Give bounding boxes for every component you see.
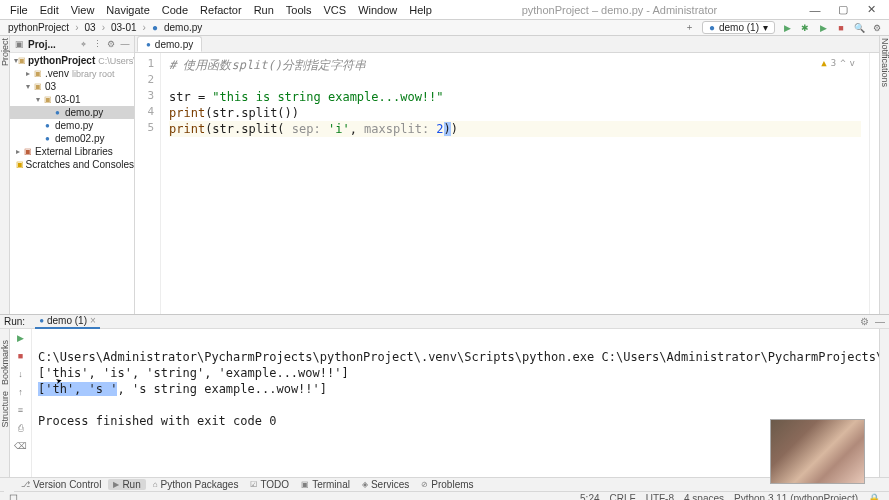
menu-edit[interactable]: Edit <box>34 2 65 18</box>
bookmarks-tool-button[interactable]: Bookmarks <box>0 340 10 385</box>
main-area: Project ▣ Proj... ⌖ ⋮ ⚙ ― ▾▣pythonProjec… <box>0 36 889 314</box>
tool-version-control[interactable]: ⎇Version Control <box>16 479 106 490</box>
tool-run[interactable]: ▶Run <box>108 479 145 490</box>
tool-todo[interactable]: ☑TODO <box>245 479 294 490</box>
tree-venv[interactable]: ▸▣.venvlibrary root <box>10 67 134 80</box>
close-tab-icon[interactable]: × <box>90 315 96 326</box>
tree-folder-03[interactable]: ▾▣03 <box>10 80 134 93</box>
error-stripe[interactable] <box>869 53 879 314</box>
line-num[interactable]: 4 <box>135 105 160 121</box>
menu-file[interactable]: File <box>4 2 34 18</box>
menu-code[interactable]: Code <box>156 2 194 18</box>
status-cursor-pos[interactable]: 5:24 <box>575 493 604 501</box>
status-indent[interactable]: 4 spaces <box>679 493 729 501</box>
line-num[interactable]: 3 <box>135 89 160 105</box>
tree-folder-0301[interactable]: ▾▣03-01 <box>10 93 134 106</box>
code-editor[interactable]: ▲3 ^ v # 使用函数split()分割指定字符串 str = "this … <box>161 53 869 314</box>
project-tree[interactable]: ▾▣pythonProjectC:\Users\Adm ▸▣.venvlibra… <box>10 53 134 314</box>
tool-python-packages[interactable]: ⌂Python Packages <box>148 479 244 490</box>
problems-icon: ⊘ <box>421 480 428 489</box>
menu-view[interactable]: View <box>65 2 101 18</box>
collapse-icon[interactable]: ⚙ <box>106 39 116 49</box>
python-icon: ● <box>709 22 715 33</box>
param-hint: sep: <box>292 122 328 136</box>
tree-file-demo2[interactable]: ●demo.py <box>10 119 134 132</box>
menu-refactor[interactable]: Refactor <box>194 2 248 18</box>
status-line-sep[interactable]: CRLF <box>605 493 641 501</box>
next-highlight-icon[interactable]: v <box>850 55 855 71</box>
tool-problems[interactable]: ⊘Problems <box>416 479 478 490</box>
run-config-selector[interactable]: ● demo (1) ▾ <box>702 21 775 34</box>
expand-all-icon[interactable]: ⋮ <box>92 39 102 49</box>
status-lock-icon[interactable]: 🔒 <box>863 493 885 501</box>
console-line: Process finished with exit code 0 <box>38 414 276 428</box>
line-num[interactable]: 5 <box>135 121 160 137</box>
run-body: ▶ ■ ↓ ↑ ≡ ⎙ ⌫ C:\Users\Administrator\Pyc… <box>0 329 889 477</box>
menu-run[interactable]: Run <box>248 2 280 18</box>
minimize-button[interactable]: ― <box>801 1 829 19</box>
select-opened-icon[interactable]: ⌖ <box>78 39 88 50</box>
line-num[interactable]: 2 <box>135 73 160 89</box>
run-tab[interactable]: ● demo (1) × <box>35 315 100 329</box>
console-line: , 's string example...wow!!'] <box>117 382 327 396</box>
project-panel-header: ▣ Proj... ⌖ ⋮ ⚙ ― <box>10 36 134 53</box>
hide-panel-icon[interactable]: ― <box>120 39 130 49</box>
menu-window[interactable]: Window <box>352 2 403 18</box>
project-tool-button[interactable]: Project <box>0 38 10 66</box>
crumb-folder-0301[interactable]: 03-01 <box>109 22 139 33</box>
rerun-button[interactable]: ▶ <box>15 332 27 344</box>
python-file-icon: ● <box>150 22 160 33</box>
code-text: , <box>350 122 364 136</box>
tree-root[interactable]: ▾▣pythonProjectC:\Users\Adm <box>10 54 134 67</box>
add-config-icon[interactable]: ＋ <box>684 22 696 34</box>
line-num[interactable]: 1 <box>135 57 160 73</box>
bottom-tool-bar: ⎇Version Control ▶Run ⌂Python Packages ☑… <box>0 477 889 491</box>
coverage-button[interactable]: ▶ <box>817 22 829 34</box>
status-left-icon[interactable]: ☐ <box>4 493 23 501</box>
prev-highlight-icon[interactable]: ^ <box>840 55 845 71</box>
stop-button[interactable]: ■ <box>835 22 847 34</box>
crumb-folder-03[interactable]: 03 <box>83 22 98 33</box>
run-toolbar: ▶ ■ ↓ ↑ ≡ ⎙ ⌫ <box>10 329 32 477</box>
search-icon[interactable]: 🔍 <box>853 22 865 34</box>
code-text: 2 <box>436 122 443 136</box>
notifications-tool-button[interactable]: Notifications <box>880 38 890 87</box>
tool-services[interactable]: ◈Services <box>357 479 414 490</box>
menu-vcs[interactable]: VCS <box>318 2 353 18</box>
status-interpreter[interactable]: Python 3.11 (pythonProject) <box>729 493 863 501</box>
editor-tab-demo[interactable]: ● demo.py <box>137 36 202 52</box>
soft-wrap-icon[interactable]: ≡ <box>15 404 27 416</box>
hide-run-icon[interactable]: ― <box>875 316 885 327</box>
run-config-label: demo (1) <box>719 22 759 33</box>
tree-scratches[interactable]: ▣Scratches and Consoles <box>10 158 134 171</box>
left-stripe: Project <box>0 36 10 314</box>
tree-external-libs[interactable]: ▸▣External Libraries <box>10 145 134 158</box>
scroll-end-icon[interactable]: ↓ <box>15 368 27 380</box>
maximize-button[interactable]: ▢ <box>829 1 857 19</box>
debug-button[interactable]: ✱ <box>799 22 811 34</box>
menu-navigate[interactable]: Navigate <box>100 2 155 18</box>
run-tool-title: Run: <box>4 316 29 327</box>
up-stack-icon[interactable]: ↑ <box>15 386 27 398</box>
crumb-file[interactable]: demo.py <box>162 22 204 33</box>
tree-file-demo02[interactable]: ●demo02.py <box>10 132 134 145</box>
inspection-widget[interactable]: ▲3 ^ v <box>821 55 855 71</box>
run-button[interactable]: ▶ <box>781 22 793 34</box>
code-text: print <box>169 122 205 136</box>
tool-terminal[interactable]: ▣Terminal <box>296 479 355 490</box>
stop-run-button[interactable]: ■ <box>15 350 27 362</box>
run-settings-icon[interactable]: ⚙ <box>860 316 869 327</box>
crumb-project[interactable]: pythonProject <box>6 22 71 33</box>
clear-icon[interactable]: ⌫ <box>15 440 27 452</box>
close-button[interactable]: ✕ <box>857 1 885 19</box>
print-icon[interactable]: ⎙ <box>15 422 27 434</box>
right-stripe: Notifications <box>879 36 889 314</box>
status-encoding[interactable]: UTF-8 <box>641 493 679 501</box>
settings-icon[interactable]: ⚙ <box>871 22 883 34</box>
tree-file-demo[interactable]: ●demo.py <box>10 106 134 119</box>
structure-tool-button[interactable]: Structure <box>0 391 10 428</box>
menu-tools[interactable]: Tools <box>280 2 318 18</box>
menu-help[interactable]: Help <box>403 2 438 18</box>
status-bar: ☐ 5:24 CRLF UTF-8 4 spaces Python 3.11 (… <box>0 491 889 500</box>
run-console[interactable]: C:\Users\Administrator\PycharmProjects\p… <box>32 329 879 477</box>
